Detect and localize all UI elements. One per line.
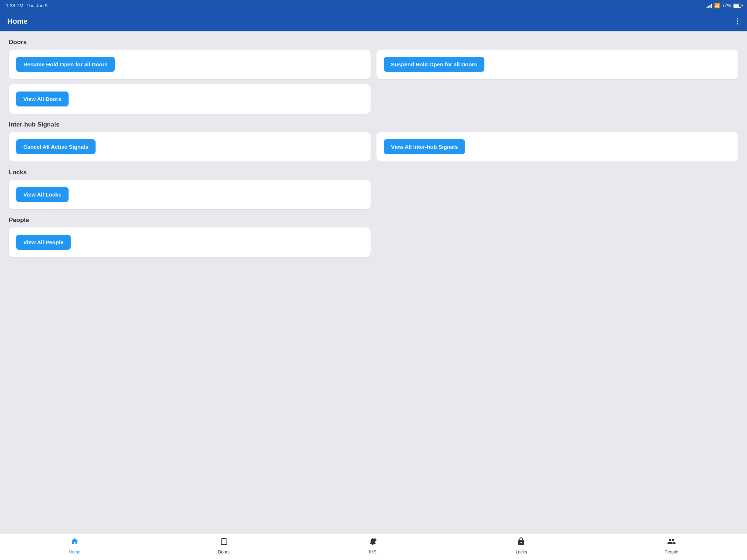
view-interhub-card: View All Inter-hub Signals	[376, 132, 738, 162]
nav-item-people[interactable]: People	[657, 534, 685, 557]
view-all-interhub-button[interactable]: View All Inter-hub Signals	[384, 139, 465, 154]
resume-hold-open-button[interactable]: Resume Hold Open for all Doors	[16, 57, 115, 72]
view-all-locks-card: View All Locks	[9, 180, 371, 209]
view-all-people-card: View All People	[9, 228, 371, 257]
main-content: Doors Resume Hold Open for all Doors Sus…	[0, 31, 747, 534]
locks-cards-row: View All Locks	[9, 180, 738, 209]
battery-percent: 77%	[722, 3, 731, 8]
wifi-icon: 📶	[714, 3, 720, 8]
home-icon	[70, 537, 79, 548]
doors-cards-row: Resume Hold Open for all Doors Suspend H…	[9, 50, 738, 79]
cancel-signals-card: Cancel All Active Signals	[9, 132, 371, 162]
view-all-locks-button[interactable]: View All Locks	[16, 187, 69, 202]
view-all-doors-button[interactable]: View All Doors	[16, 92, 69, 106]
nav-item-doors[interactable]: Doors	[211, 534, 237, 557]
lock-icon	[517, 537, 526, 548]
status-time: 1:38 PM	[6, 3, 23, 8]
header: Home	[0, 11, 747, 31]
doors-section: Doors Resume Hold Open for all Doors Sus…	[9, 39, 738, 114]
nav-label-doors: Doors	[218, 549, 230, 555]
bell-icon	[368, 537, 377, 548]
more-options-button[interactable]	[735, 16, 740, 26]
nav-item-ihs[interactable]: IHS	[360, 534, 386, 557]
resume-hold-card: Resume Hold Open for all Doors	[9, 50, 371, 79]
nav-label-home: Home	[69, 549, 81, 555]
suspend-hold-open-button[interactable]: Suspend Hold Open for all Doors	[384, 57, 484, 72]
people-section-title: People	[9, 217, 738, 224]
door-icon	[220, 537, 228, 548]
locks-section-title: Locks	[9, 169, 738, 176]
people-cards-row: View All People	[9, 228, 738, 257]
view-all-people-button[interactable]: View All People	[16, 235, 71, 250]
nav-item-locks[interactable]: Locks	[508, 534, 534, 557]
nav-label-locks: Locks	[516, 549, 527, 555]
locks-section: Locks View All Locks	[9, 169, 738, 209]
nav-label-people: People	[665, 549, 678, 555]
people-section: People View All People	[9, 217, 738, 257]
inter-hub-section: Inter-hub Signals Cancel All Active Sign…	[9, 121, 738, 162]
inter-hub-section-title: Inter-hub Signals	[9, 121, 738, 128]
svg-point-0	[374, 538, 376, 541]
bottom-nav: Home Doors IHS Locks	[0, 534, 747, 560]
signal-icon	[707, 3, 712, 8]
view-all-doors-card: View All Doors	[9, 84, 371, 114]
view-all-doors-row: View All Doors	[9, 84, 738, 114]
cancel-all-signals-button[interactable]: Cancel All Active Signals	[16, 139, 96, 154]
status-date: Thu Jan 9	[26, 3, 47, 8]
status-bar: 1:38 PM Thu Jan 9 📶 77%	[0, 0, 747, 11]
inter-hub-cards-row: Cancel All Active Signals View All Inter…	[9, 132, 738, 162]
nav-label-ihs: IHS	[369, 549, 376, 555]
suspend-hold-card: Suspend Hold Open for all Doors	[376, 50, 738, 79]
nav-item-home[interactable]: Home	[62, 534, 88, 557]
page-title: Home	[7, 17, 28, 26]
people-icon	[667, 537, 676, 548]
battery-icon	[733, 4, 741, 8]
doors-section-title: Doors	[9, 39, 738, 46]
